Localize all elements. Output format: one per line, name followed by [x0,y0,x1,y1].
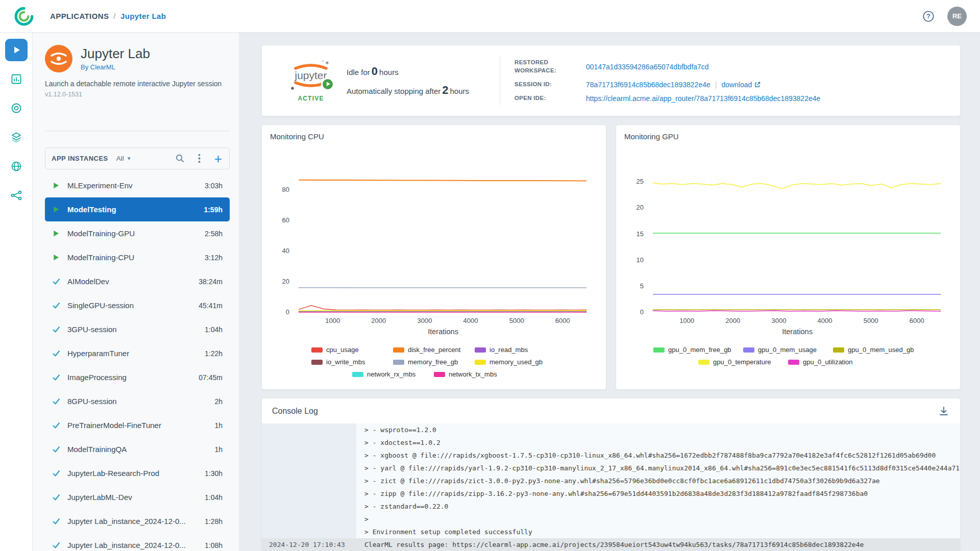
instance-duration: 2h [209,397,223,406]
legend-item[interactable]: disk_free_percent [393,346,475,354]
main-panel: jupyter ACTIVE Idle for0hours Automatica… [239,33,980,551]
legend-swatch-icon [475,360,486,365]
instance-duration: 1:30h [200,469,223,478]
log-text: > Environment setup completed successful… [356,525,532,538]
instance-duration: 1:08h [200,541,223,549]
clearml-logo-icon[interactable] [13,6,35,27]
legend-label: io_read_mbs [489,346,528,354]
legend-label: gpu_0_utilization [803,358,853,366]
instance-row[interactable]: SingleGPU-session45:41m [45,293,230,317]
svg-text:40: 40 [282,247,290,255]
instance-row[interactable]: 8GPU-session2h [45,389,230,413]
legend-item[interactable]: network_tx_mbs [434,370,516,378]
app-byline-link[interactable]: By ClearML [81,63,150,71]
field-value-link[interactable]: 00147a1d33594286a65074dbfbdfa7cd [586,63,709,71]
instance-row[interactable]: Jupyter Lab_instance_2024-12-0...1:28h [45,509,230,533]
legend-item[interactable]: io_read_mbs [475,346,556,354]
orchestration-icon [10,102,22,114]
console-log-row: > - xdoctest==1.0.2 [262,436,960,449]
instance-row[interactable]: MLExperiment-Env3:03h [45,173,230,197]
status-completed-icon [52,469,61,478]
log-timestamp [262,474,356,487]
rail-item-orchestration[interactable] [5,97,28,119]
field-value-link[interactable]: 78a71713f6914c85b68dec1893822e4e [586,81,710,89]
instance-name: 3GPU-session [67,325,117,334]
instance-duration: 1:04h [200,325,223,334]
instances-filter-dropdown[interactable]: All ▼ [116,155,132,162]
instance-row[interactable]: ModelTrainingQA1h [45,437,230,461]
layers-icon [10,131,22,143]
rail-item-workers-queues[interactable] [5,68,28,90]
log-timestamp [262,449,356,462]
rail-item-pipelines[interactable] [5,184,28,207]
instance-row[interactable]: AIModelDev38:24m [45,269,230,293]
workers-icon [10,73,22,85]
legend-item[interactable]: gpu_0_mem_free_gb [653,346,743,354]
console-log-body[interactable]: > - wsproto==1.2.0> - xdoctest==1.0.2> -… [262,423,960,551]
jupyter-app-icon [45,45,72,72]
rail-item-hyper-datasets[interactable] [5,155,28,178]
instance-name: 8GPU-session [67,397,117,406]
instance-duration: 1:04h [200,493,223,502]
instance-row[interactable]: 3GPU-session1:04h [45,317,230,341]
sidebar-divider [45,131,230,131]
log-text: ClearML results page: https://clearml-ap… [356,538,864,551]
console-log-row: 2024-12-20 17:10:43ClearML results page:… [262,538,960,551]
legend-item[interactable]: cpu_usage [311,346,393,354]
legend-item[interactable]: gpu_0_mem_usage [743,346,833,354]
svg-text:20: 20 [282,278,290,286]
gpu-chart-plot[interactable]: 0510152025100020003000400050006000Iterat… [624,144,952,337]
instances-title: APP INSTANCES [52,155,108,162]
instance-row[interactable]: ModelTraining-GPU2:58h [45,221,230,245]
sidebar: Jupyter Lab By ClearML Launch a detachab… [33,33,239,551]
instance-row[interactable]: JupyterLab-Research-Prod1:30h [45,461,230,485]
avatar[interactable]: RE [947,7,967,26]
add-instance-icon[interactable]: + [213,154,223,164]
help-icon[interactable]: ? [922,10,935,23]
download-icon[interactable] [938,405,950,417]
svg-text:Iterations: Iterations [782,328,813,336]
instance-row[interactable]: HyperparamTuner1:22h [45,341,230,365]
status-fields: RESTORED WORKSPACE:00147a1d33594286a6507… [514,59,820,102]
instances-actions: + [175,153,223,164]
svg-text:2000: 2000 [371,317,386,324]
legend-item[interactable]: gpu_0_mem_used_gb [833,346,923,354]
svg-text:4000: 4000 [818,317,832,324]
instance-duration: 45:41m [193,302,223,310]
svg-text:60: 60 [282,217,290,224]
download-link[interactable]: download [721,81,761,89]
instance-row[interactable]: Jupyter Lab_instance_2024-12-0...1:08h [45,533,230,551]
legend-item[interactable]: io_write_mbs [311,358,393,366]
rail-item-applications[interactable] [5,39,28,61]
app-description: Launch a detachable remote interactive J… [45,80,230,88]
kebab-menu-icon[interactable] [194,153,205,164]
instance-row[interactable]: JupyterLabML-Dev1:04h [45,485,230,509]
status-completed-icon [52,517,61,525]
legend-item[interactable]: gpu_0_utilization [788,358,878,366]
legend-item[interactable]: memory_free_gb [393,358,475,366]
instance-row[interactable]: PreTrainerModel-FineTuner1h [45,413,230,437]
instance-row[interactable]: ImageProcessing07:45m [45,365,230,389]
legend-item[interactable]: memory_used_gb [475,358,556,366]
cpu-chart-plot[interactable]: 020406080100020003000400050006000Iterati… [270,144,598,337]
breadcrumb-current[interactable]: Jupyter Lab [120,12,166,20]
rail-item-datasets[interactable] [5,126,28,148]
legend-item[interactable]: gpu_0_temperature [698,358,788,366]
gpu-chart-legend: gpu_0_mem_free_gbgpu_0_mem_usagegpu_0_me… [645,346,931,366]
svg-text:10: 10 [636,256,644,264]
instance-row[interactable]: ModelTraining-CPU3:12h [45,245,230,269]
svg-text:80: 80 [282,186,290,194]
app-version: v1.12.0-1531 [45,91,230,98]
svg-text:0: 0 [286,309,289,316]
svg-text:20: 20 [636,204,644,211]
breadcrumb-root[interactable]: APPLICATIONS [50,12,109,20]
search-icon[interactable] [175,153,186,164]
instance-row[interactable]: ModelTesting1:59h [45,197,230,221]
field-value-link[interactable]: https://clearml.acme.ai/app_router/78a71… [586,94,820,103]
legend-label: gpu_0_mem_free_gb [668,346,731,354]
vertical-divider [500,56,500,105]
instance-duration: 1h [209,445,223,454]
legend-label: gpu_0_mem_usage [758,346,817,354]
legend-item[interactable]: network_rx_mbs [352,370,434,378]
chevron-down-icon: ▼ [127,156,132,161]
